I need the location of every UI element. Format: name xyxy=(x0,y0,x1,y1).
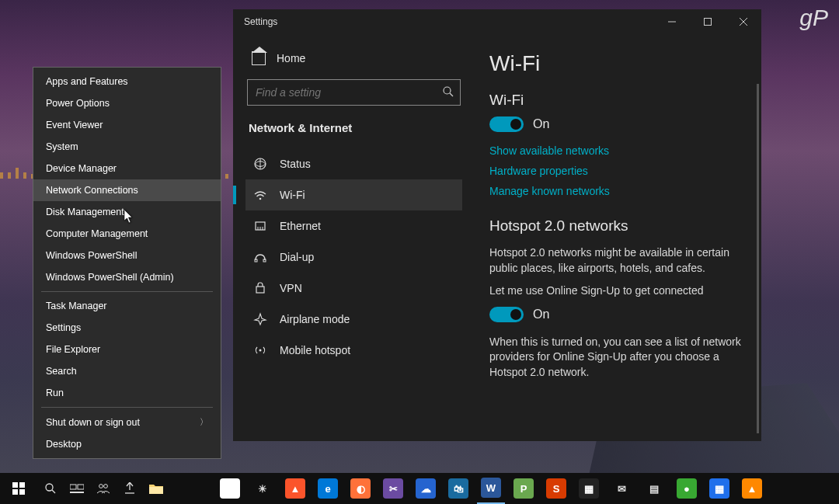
nav-item-dialup[interactable]: Dial-up xyxy=(245,242,462,273)
menu-item-label: Desktop xyxy=(46,439,82,450)
svg-point-21 xyxy=(99,485,103,488)
taskbar-app-video[interactable]: ▦ xyxy=(575,473,603,504)
menu-item-label: Settings xyxy=(46,322,81,333)
taskbar-app-edge[interactable]: e xyxy=(314,473,342,504)
menu-item-windows-powershell-admin-[interactable]: Windows PowerShell (Admin) xyxy=(33,266,221,288)
menu-item-label: Windows PowerShell xyxy=(46,250,137,261)
calendar-icon: ▤ xyxy=(644,478,664,499)
taskbar-app-firefox[interactable]: ◐ xyxy=(346,473,374,504)
nav-item-ethernet[interactable]: Ethernet xyxy=(245,210,462,242)
vpn-icon: ● xyxy=(677,478,697,499)
menu-item-label: Device Manager xyxy=(46,163,117,174)
taskbar: ◯☀▲e◐✂☁🛍WPS▦✉▤●▦▲ xyxy=(0,473,839,504)
menu-item-label: Search xyxy=(46,366,77,377)
menu-item-label: Apps and Features xyxy=(46,76,128,87)
ethernet-icon xyxy=(253,219,267,233)
nav-home-label: Home xyxy=(277,52,305,64)
menu-item-label: Power Options xyxy=(46,98,110,109)
menu-item-task-manager[interactable]: Task Manager xyxy=(33,295,221,317)
menu-item-label: System xyxy=(46,141,78,152)
taskbar-app-brightness[interactable]: ☀ xyxy=(249,473,277,504)
taskbar-app-mstodo[interactable]: ☁ xyxy=(412,473,440,504)
firefox-icon: ◐ xyxy=(350,478,371,499)
taskbar-app-pub[interactable]: P xyxy=(510,473,538,504)
calculator-icon: ▦ xyxy=(709,478,729,499)
taskbar-app-calendar[interactable]: ▤ xyxy=(640,473,668,504)
nav-item-label: VPN xyxy=(280,282,302,294)
taskbar-app-calculator[interactable]: ▦ xyxy=(705,473,733,504)
menu-item-shut-down-or-sign-out[interactable]: Shut down or sign out〉 xyxy=(33,411,221,433)
store-icon: 🛍 xyxy=(448,478,468,499)
signup-toggle[interactable] xyxy=(489,307,524,322)
settings-nav: Home Network & Internet StatusWi-FiEther… xyxy=(233,34,472,441)
taskbar-app-mail[interactable]: ✉ xyxy=(607,473,635,504)
menu-item-label: Run xyxy=(46,388,64,398)
menu-item-label: Shut down or sign out xyxy=(46,417,140,428)
menu-item-apps-and-features[interactable]: Apps and Features xyxy=(33,71,221,92)
task-view-icon[interactable] xyxy=(64,473,90,504)
menu-item-disk-management[interactable]: Disk Management xyxy=(33,201,221,223)
word-icon: W xyxy=(481,478,501,498)
menu-item-power-options[interactable]: Power Options xyxy=(33,92,221,114)
menu-item-search[interactable]: Search xyxy=(33,360,221,382)
menu-item-windows-powershell[interactable]: Windows PowerShell xyxy=(33,245,221,266)
menu-separator xyxy=(41,407,213,408)
wifi-toggle[interactable] xyxy=(489,116,524,132)
link-hardware-properties[interactable]: Hardware properties xyxy=(489,165,747,177)
taskbar-app-chrome[interactable]: ◯ xyxy=(216,473,244,504)
status-icon xyxy=(253,157,267,171)
vlc-icon: ▲ xyxy=(742,478,762,499)
settings-window: Settings Home Network & Internet StatusW… xyxy=(233,9,761,441)
menu-item-event-viewer[interactable]: Event Viewer xyxy=(33,114,221,136)
menu-item-label: Task Manager xyxy=(46,301,107,311)
nav-item-wifi[interactable]: Wi-Fi xyxy=(245,179,462,210)
svg-point-15 xyxy=(259,349,262,352)
nav-item-hotspot[interactable]: Mobile hotspot xyxy=(245,335,462,366)
people-icon[interactable] xyxy=(90,473,117,504)
menu-item-network-connections[interactable]: Network Connections xyxy=(33,179,221,201)
wifi-toggle-label: On xyxy=(533,117,549,131)
start-button[interactable] xyxy=(0,473,37,504)
taskbar-app-vpn[interactable]: ● xyxy=(673,473,701,504)
nav-item-label: Dial-up xyxy=(280,251,314,263)
taskbar-app-snip[interactable]: ✂ xyxy=(379,473,407,504)
menu-item-file-explorer[interactable]: File Explorer xyxy=(33,339,221,360)
nav-home[interactable]: Home xyxy=(245,45,462,71)
windows-icon xyxy=(12,482,25,495)
taskbar-app-brave[interactable]: ▲ xyxy=(281,473,309,504)
titlebar[interactable]: Settings xyxy=(233,9,761,34)
taskbar-app-vlc[interactable]: ▲ xyxy=(738,473,766,504)
menu-item-run[interactable]: Run xyxy=(33,382,221,404)
close-button[interactable] xyxy=(726,9,761,34)
taskbar-search-icon[interactable] xyxy=(37,473,64,504)
pinned-icon[interactable] xyxy=(117,473,143,504)
hotspot-title: Hotspot 2.0 networks xyxy=(489,217,747,235)
svg-rect-12 xyxy=(255,259,257,262)
menu-item-settings[interactable]: Settings xyxy=(33,317,221,339)
taskbar-app-sway[interactable]: S xyxy=(542,473,570,504)
airplane-icon xyxy=(253,312,267,326)
menu-item-desktop[interactable]: Desktop xyxy=(33,433,221,455)
taskbar-app-store[interactable]: 🛍 xyxy=(444,473,472,504)
menu-item-device-manager[interactable]: Device Manager xyxy=(33,158,221,179)
menu-item-system[interactable]: System xyxy=(33,136,221,158)
svg-point-4 xyxy=(444,87,451,94)
nav-item-airplane[interactable]: Airplane mode xyxy=(245,304,462,335)
explorer-icon[interactable] xyxy=(143,473,169,504)
nav-item-label: Status xyxy=(280,158,311,170)
minimize-button[interactable] xyxy=(654,9,690,34)
search-input[interactable] xyxy=(247,79,461,106)
svg-rect-19 xyxy=(78,485,84,489)
menu-item-label: Network Connections xyxy=(46,185,138,196)
scrollbar[interactable] xyxy=(757,84,759,433)
link-manage-networks[interactable]: Manage known networks xyxy=(489,185,747,197)
menu-item-computer-management[interactable]: Computer Management xyxy=(33,223,221,245)
svg-point-7 xyxy=(259,198,262,200)
link-show-networks[interactable]: Show available networks xyxy=(489,144,747,157)
taskbar-app-word[interactable]: W xyxy=(477,473,505,504)
nav-item-status[interactable]: Status xyxy=(245,148,462,179)
svg-rect-1 xyxy=(705,19,712,26)
nav-item-vpn[interactable]: VPN xyxy=(245,273,462,304)
vpn-icon xyxy=(253,281,267,295)
maximize-button[interactable] xyxy=(690,9,726,34)
